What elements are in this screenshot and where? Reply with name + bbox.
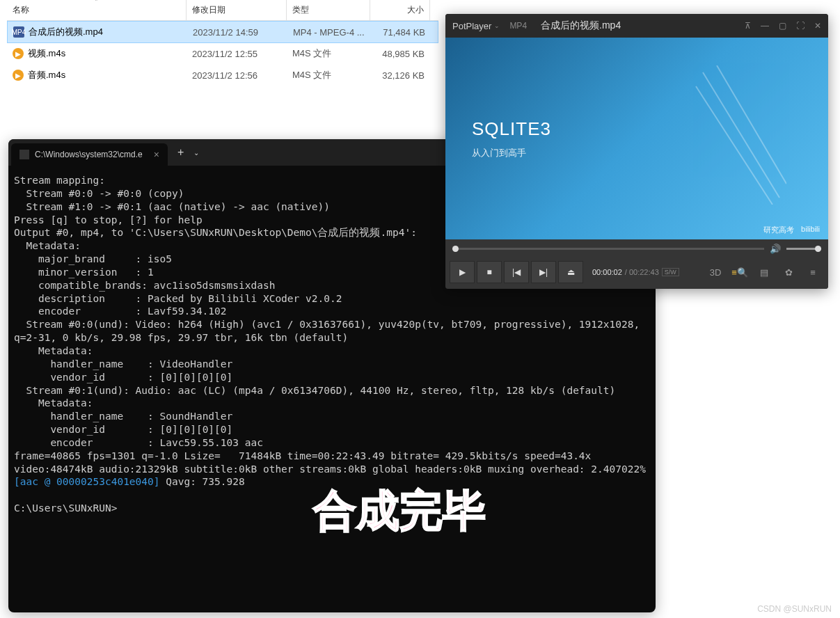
file-name: 音频.m4s [28, 69, 65, 81]
tab-close-icon[interactable]: × [154, 149, 159, 160]
m4s-file-icon: ▶ [13, 48, 24, 59]
file-name: 视频.m4s [28, 47, 65, 60]
volume-thumb[interactable] [815, 246, 821, 252]
column-type[interactable]: 类型 [287, 0, 370, 20]
minimize-icon[interactable]: — [761, 21, 769, 31]
window-controls: ⊼ — ▢ ⛶ ✕ [745, 21, 821, 31]
overlay-caption: 合成完毕 [313, 482, 486, 540]
time-current: 00:00:02 [592, 268, 622, 276]
menu-icon[interactable]: ≡ [802, 261, 824, 283]
file-size: 48,985 KB [370, 49, 430, 59]
time-display: 00:00:02 / 00:22:43 S/W [592, 268, 679, 276]
right-controls: 3D ≡🔍 ▤ ✿ ≡ [704, 261, 824, 283]
volume-bar[interactable] [786, 248, 821, 250]
stop-button[interactable]: ■ [477, 261, 502, 283]
file-explorer: ˄名称 修改日期 类型 大小 MP4合成后的视频.mp42023/11/2 14… [7, 0, 438, 86]
page-watermark: CSDN @SUNxRUN [757, 604, 832, 614]
file-row[interactable]: ▶视频.m4s2023/11/2 12:55M4S 文件48,985 KB [7, 43, 438, 65]
terminal-prompt: C:\Users\SUNxRUN> [14, 502, 117, 514]
restore-icon[interactable]: ▢ [779, 21, 786, 31]
cmd-icon [19, 150, 29, 159]
file-type: MP4 - MPEG-4 ... [287, 27, 371, 38]
new-tab-button[interactable]: + [168, 146, 193, 159]
render-mode[interactable]: S/W [662, 268, 679, 276]
player-app-name[interactable]: PotPlayer ⌄ [452, 21, 500, 31]
pin-icon[interactable]: ⊼ [745, 21, 751, 31]
column-date[interactable]: 修改日期 [187, 0, 287, 20]
explorer-header: ˄名称 修改日期 类型 大小 [7, 0, 438, 21]
video-credits: 研究高考 bilibili [763, 225, 820, 235]
light-streak-graphic [689, 65, 786, 205]
subtitle-search-icon[interactable]: ≡🔍 [729, 261, 751, 283]
seek-thumb[interactable] [452, 246, 459, 252]
file-row[interactable]: MP4合成后的视频.mp42023/11/2 14:59MP4 - MPEG-4… [7, 21, 438, 43]
file-date: 2023/11/2 12:56 [187, 70, 287, 81]
time-total: 00:22:43 [629, 268, 659, 276]
aac-tag: [aac @ 00000253c401e040] [14, 476, 160, 487]
m4s-file-icon: ▶ [13, 70, 24, 81]
column-size[interactable]: 大小 [370, 0, 430, 20]
player-filename: 合成后的视频.mp4 [541, 19, 621, 32]
terminal-tab-title: C:\Windows\system32\cmd.e [35, 150, 143, 159]
player-format: MP4 [509, 21, 527, 31]
play-button[interactable]: ▶ [450, 261, 475, 283]
prev-button[interactable]: |◀ [504, 261, 529, 283]
file-type: M4S 文件 [287, 47, 370, 60]
terminal-tab[interactable]: C:\Windows\system32\cmd.e × [11, 143, 168, 166]
3d-button[interactable]: 3D [704, 261, 727, 283]
chevron-down-icon: ⌄ [494, 22, 500, 29]
file-size: 71,484 KB [371, 27, 431, 38]
column-name[interactable]: ˄名称 [7, 0, 187, 20]
maximize-icon[interactable]: ⛶ [796, 21, 805, 31]
file-type: M4S 文件 [287, 69, 370, 81]
settings-icon[interactable]: ✿ [777, 261, 800, 283]
aac-rest: Qavg: 735.928 [160, 476, 245, 487]
next-button[interactable]: ▶| [531, 261, 556, 283]
mp4-file-icon: MP4 [13, 26, 24, 38]
sort-asc-icon: ˄ [95, 0, 98, 6]
eject-button[interactable]: ⏏ [558, 261, 583, 283]
tab-dropdown-icon[interactable]: ⌄ [193, 149, 199, 157]
file-name: 合成后的视频.mp4 [29, 26, 103, 38]
file-date: 2023/11/2 12:55 [187, 49, 287, 59]
playlist-icon[interactable]: ▤ [753, 261, 775, 283]
progress-row: 🔊 [445, 239, 828, 258]
potplayer-window: PotPlayer ⌄ MP4 合成后的视频.mp4 ⊼ — ▢ ⛶ ✕ SQL… [445, 14, 828, 289]
player-controls: ▶ ■ |◀ ▶| ⏏ 00:00:02 / 00:22:43 S/W 3D ≡… [445, 258, 828, 289]
video-subtitle: 从入门到高手 [472, 147, 828, 159]
file-date: 2023/11/2 14:59 [187, 27, 287, 38]
seek-bar[interactable] [452, 248, 764, 250]
file-row[interactable]: ▶音频.m4s2023/11/2 12:56M4S 文件32,126 KB [7, 65, 438, 86]
video-canvas[interactable]: SQLITE3 从入门到高手 研究高考 bilibili [445, 38, 828, 239]
volume-icon[interactable]: 🔊 [770, 244, 781, 254]
file-size: 32,126 KB [370, 70, 430, 81]
close-icon[interactable]: ✕ [814, 21, 821, 31]
player-titlebar: PotPlayer ⌄ MP4 合成后的视频.mp4 ⊼ — ▢ ⛶ ✕ [445, 14, 828, 38]
